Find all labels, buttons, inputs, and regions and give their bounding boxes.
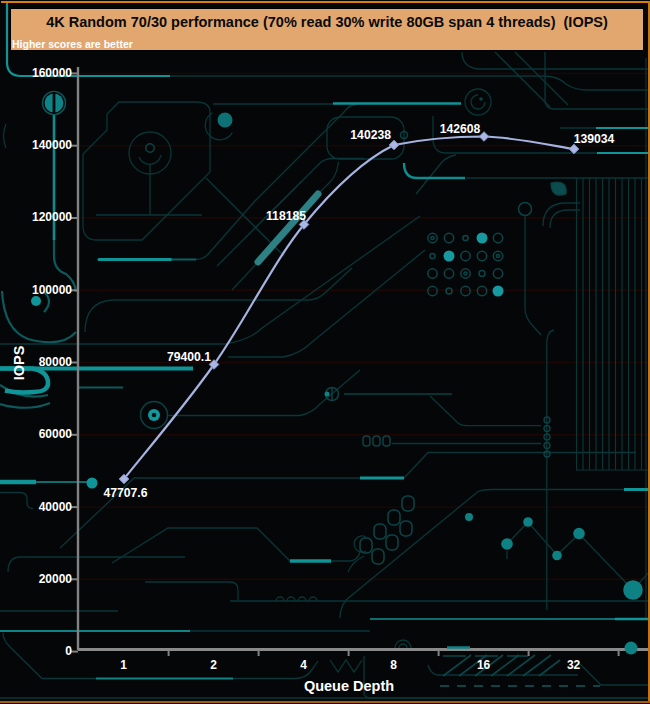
svg-text:118185: 118185 xyxy=(266,209,306,223)
svg-text:140000: 140000 xyxy=(32,138,72,152)
svg-text:Queue Depth: Queue Depth xyxy=(304,678,394,694)
svg-text:142608: 142608 xyxy=(440,122,481,136)
svg-text:32: 32 xyxy=(567,658,581,672)
svg-text:100000: 100000 xyxy=(32,283,72,297)
svg-text:2: 2 xyxy=(210,658,217,672)
svg-text:16: 16 xyxy=(477,658,491,672)
svg-text:8: 8 xyxy=(390,658,397,672)
svg-text:140238: 140238 xyxy=(350,128,391,142)
svg-text:120000: 120000 xyxy=(32,210,72,224)
svg-text:160000: 160000 xyxy=(32,66,72,80)
svg-text:4: 4 xyxy=(300,658,307,672)
svg-text:1: 1 xyxy=(120,658,127,672)
svg-text:47707.6: 47707.6 xyxy=(103,486,147,500)
svg-text:60000: 60000 xyxy=(39,427,73,441)
svg-text:IOPS: IOPS xyxy=(11,345,27,380)
svg-text:139034: 139034 xyxy=(574,132,615,146)
svg-text:0: 0 xyxy=(65,644,72,658)
svg-text:40000: 40000 xyxy=(39,500,73,514)
svg-text:80000: 80000 xyxy=(39,355,73,369)
svg-text:79400.1: 79400.1 xyxy=(167,350,211,364)
svg-text:20000: 20000 xyxy=(39,572,73,586)
